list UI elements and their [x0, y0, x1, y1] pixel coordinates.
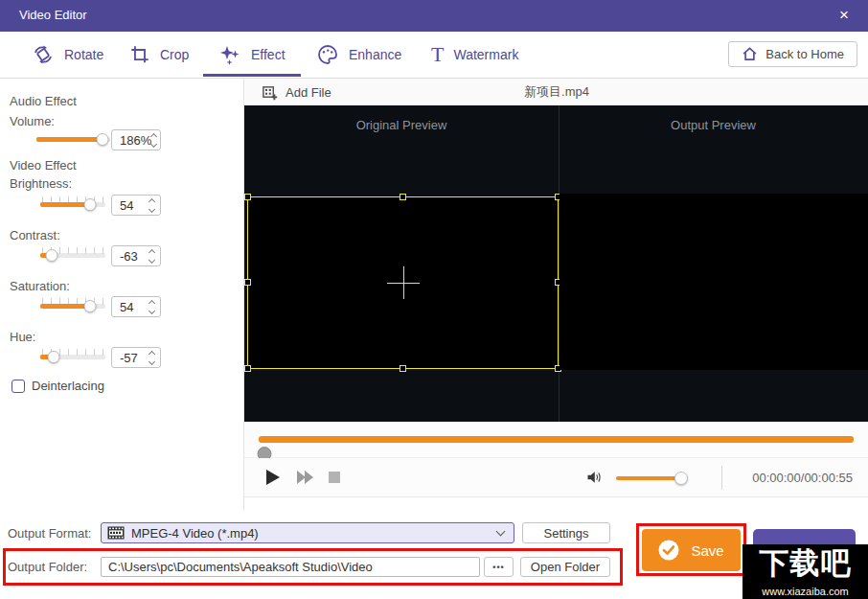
crop-icon: [129, 44, 150, 65]
rotate-icon: [32, 43, 55, 66]
effects-panel: Audio Effect Volume: 186% Video Effect B…: [0, 79, 244, 511]
tab-rotate[interactable]: Rotate: [16, 32, 119, 78]
volume-label: Volume:: [10, 114, 55, 128]
video-effect-heading: Video Effect: [10, 158, 77, 173]
saturation-value: 54: [112, 300, 149, 314]
tab-enhance[interactable]: Enhance: [301, 32, 417, 78]
watermark-icon: T: [431, 45, 444, 64]
video-editor-window: Video Editor × Rotate Crop: [0, 0, 868, 599]
mpeg-format-icon: [107, 526, 125, 540]
back-to-home-button[interactable]: Back to Home: [728, 41, 857, 67]
volume-slider-knob[interactable]: [97, 133, 109, 146]
saturation-spinner[interactable]: 54: [111, 296, 161, 317]
tab-crop-label: Crop: [160, 47, 189, 62]
saturation-slider[interactable]: [40, 300, 105, 312]
crop-selection-frame[interactable]: [247, 196, 559, 369]
watermark-text: 下载吧: [742, 544, 868, 583]
current-file-name: 新项目.mp4: [245, 83, 868, 101]
settings-button[interactable]: Settings: [522, 522, 610, 543]
contrast-slider-knob[interactable]: [46, 249, 58, 262]
file-bar: 新项目.mp4 Add File: [245, 79, 868, 105]
brightness-spinner[interactable]: 54: [111, 195, 161, 216]
save-label: Save: [691, 542, 723, 559]
selection-handle[interactable]: [400, 365, 406, 372]
preview-canvas: Original Preview Output Preview: [244, 105, 868, 422]
deinterlacing-label: Deinterlacing: [32, 379, 104, 393]
brightness-label: Brightness:: [10, 176, 72, 191]
effect-icon: [218, 43, 241, 66]
check-circle-icon: [658, 540, 679, 561]
time-display: 00:00:00/00:00:55: [752, 471, 853, 485]
selection-handle[interactable]: [244, 194, 251, 200]
contrast-label: Contrast:: [10, 228, 60, 242]
saturation-label: Saturation:: [10, 279, 70, 293]
tab-effect[interactable]: Effect: [203, 32, 301, 78]
brightness-slider-knob[interactable]: [84, 198, 97, 211]
toolbar: Rotate Crop Effect: [0, 32, 868, 79]
tab-effect-label: Effect: [251, 47, 286, 62]
play-button[interactable]: [266, 470, 280, 485]
site-watermark: 下载吧 www.xiazaiba.com: [742, 544, 868, 599]
output-preview-label: Output Preview: [559, 118, 868, 132]
volume-slider[interactable]: [36, 133, 110, 146]
open-folder-button[interactable]: Open Folder: [520, 557, 610, 577]
hue-spinner[interactable]: -57: [111, 347, 161, 368]
stop-button[interactable]: [329, 472, 340, 483]
spinner-arrows[interactable]: [149, 299, 160, 315]
tab-crop[interactable]: Crop: [114, 32, 204, 78]
selection-handle[interactable]: [244, 365, 251, 372]
spinner-arrows[interactable]: [149, 197, 160, 214]
original-preview-label: Original Preview: [244, 118, 559, 132]
audio-effect-heading: Audio Effect: [10, 94, 77, 108]
selection-handle[interactable]: [244, 279, 251, 286]
player-volume-slider[interactable]: [616, 472, 688, 484]
browse-folder-button[interactable]: •••: [484, 557, 514, 577]
output-video-frame: [560, 194, 868, 370]
hue-label: Hue:: [10, 330, 35, 344]
output-format-select[interactable]: MPEG-4 Video (*.mp4): [101, 522, 514, 543]
brightness-slider[interactable]: [40, 198, 105, 211]
tab-watermark-label: Watermark: [453, 47, 518, 62]
watermark-url: www.xiazaiba.com: [742, 586, 868, 597]
tab-rotate-label: Rotate: [64, 47, 103, 62]
tab-watermark[interactable]: T Watermark: [416, 32, 534, 78]
playback-controls: 00:00:00/00:00:55: [244, 458, 868, 497]
volume-spinner[interactable]: 186%: [111, 129, 161, 150]
speaker-icon[interactable]: [584, 468, 604, 487]
seek-bar-row: [244, 422, 868, 458]
output-format-label: Output Format:: [8, 526, 91, 541]
output-folder-field[interactable]: C:\Users\pc\Documents\Apeaksoft Studio\V…: [101, 557, 480, 577]
hue-value: -57: [112, 351, 149, 365]
contrast-slider[interactable]: [40, 249, 105, 262]
controls-separator: [721, 466, 722, 490]
spinner-arrows[interactable]: [151, 132, 162, 149]
window-title: Video Editor: [19, 8, 87, 22]
hue-slider-knob[interactable]: [48, 351, 60, 363]
player-volume-knob[interactable]: [674, 472, 688, 485]
chevron-down-icon: [496, 527, 506, 537]
volume-value: 186%: [112, 133, 151, 148]
brightness-value: 54: [112, 198, 149, 213]
saturation-slider-knob[interactable]: [84, 300, 97, 312]
close-icon[interactable]: ×: [832, 4, 857, 27]
save-button[interactable]: Save: [642, 529, 741, 571]
spinner-arrows[interactable]: [149, 248, 160, 265]
back-to-home-label: Back to Home: [765, 47, 844, 61]
hue-slider[interactable]: [40, 351, 105, 363]
contrast-spinner[interactable]: -63: [111, 245, 161, 266]
output-section: Output Format: MPEG-4 Video (*.mp4) Sett…: [0, 497, 868, 599]
enhance-icon: [316, 43, 339, 66]
selection-handle[interactable]: [400, 194, 406, 200]
tab-enhance-label: Enhance: [349, 47, 401, 62]
home-icon: [742, 46, 758, 62]
title-bar: Video Editor ×: [0, 0, 868, 32]
output-folder-label: Output Folder:: [8, 560, 87, 574]
output-format-value: MPEG-4 Video (*.mp4): [131, 526, 491, 541]
spinner-arrows[interactable]: [149, 350, 160, 366]
contrast-value: -63: [112, 249, 149, 264]
deinterlacing-checkbox[interactable]: [11, 380, 25, 393]
seek-bar[interactable]: [259, 436, 854, 443]
